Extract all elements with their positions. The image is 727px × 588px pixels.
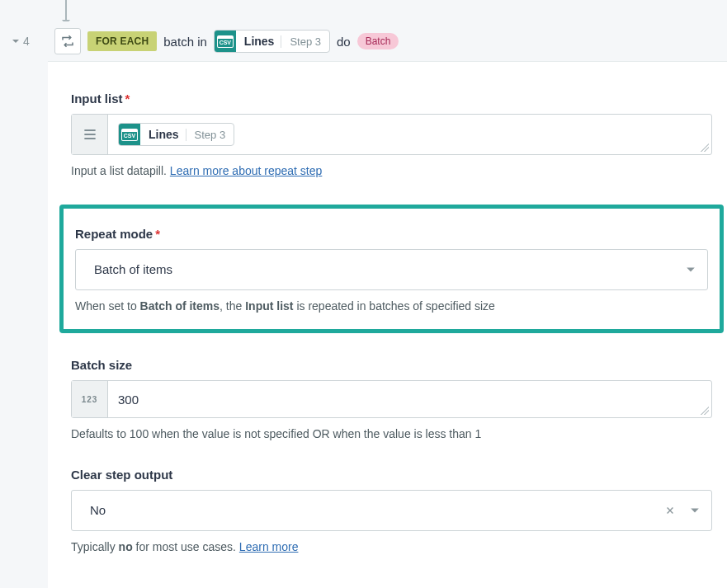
clear-output-value: No [90, 503, 106, 517]
csv-icon [215, 31, 236, 52]
batch-size-label: Batch size [71, 358, 712, 372]
caret-down-icon [12, 37, 20, 45]
input-list-helper: Input a list datapill. Learn more about … [71, 163, 712, 180]
pill-step: Step 3 [281, 35, 329, 48]
pill-step: Step 3 [186, 129, 234, 141]
foreach-var-keyword: batch in [163, 35, 207, 49]
do-keyword: do [337, 35, 351, 49]
clear-icon[interactable] [665, 506, 675, 515]
foreach-badge: FOR EACH [87, 31, 157, 51]
clear-output-label: Clear step output [71, 468, 712, 482]
repeat-mode-select[interactable]: Batch of items [75, 249, 708, 290]
required-asterisk: * [125, 92, 130, 106]
input-list-field[interactable]: Lines Step 3 [71, 114, 712, 155]
field-batch-size: Batch size 123 300 Defaults to 100 when … [71, 358, 712, 443]
repeat-mode-value: Batch of items [94, 262, 172, 276]
step-header[interactable]: FOR EACH batch in Lines Step 3 do Batch [48, 21, 727, 61]
step-config-panel: Input list* Lines Step 3 Input a list da… [48, 61, 727, 588]
batch-size-helper: Defaults to 100 when the value is not sp… [71, 426, 712, 443]
batch-size-value: 300 [118, 393, 139, 407]
resize-handle-icon[interactable] [701, 407, 709, 415]
pill-label: Lines [236, 35, 281, 48]
field-repeat-mode: Repeat mode* Batch of items When set to … [75, 227, 708, 315]
flow-arrow-icon [65, 0, 67, 21]
clear-output-helper: Typically no for most use cases. Learn m… [71, 539, 712, 556]
highlight-frame: Repeat mode* Batch of items When set to … [59, 205, 724, 334]
repeat-mode-helper: When set to Batch of items, the Input li… [75, 299, 708, 315]
input-list-label: Input list* [71, 92, 712, 106]
batch-size-field[interactable]: 123 300 [71, 380, 712, 418]
caret-down-icon [686, 265, 696, 275]
required-asterisk: * [155, 227, 160, 241]
clear-output-select[interactable]: No [71, 490, 712, 531]
number-prefix-icon: 123 [72, 381, 108, 417]
batch-tag: Batch [357, 33, 399, 49]
pill-label: Lines [140, 128, 186, 141]
field-clear-output: Clear step output No Typically no for mo… [71, 468, 712, 556]
learn-more-clear-link[interactable]: Learn more [239, 540, 299, 553]
header-datapill[interactable]: Lines Step 3 [214, 30, 330, 53]
step-number[interactable]: 4 [12, 35, 30, 48]
repeat-step-icon [54, 28, 81, 54]
list-prefix-icon [72, 115, 108, 154]
resize-handle-icon[interactable] [701, 143, 709, 152]
field-input-list: Input list* Lines Step 3 Input a list da… [71, 92, 712, 180]
step-number-text: 4 [23, 35, 30, 48]
csv-icon [119, 124, 140, 145]
caret-down-icon [690, 506, 700, 515]
learn-more-repeat-link[interactable]: Learn more about repeat step [170, 164, 322, 177]
input-list-datapill[interactable]: Lines Step 3 [118, 123, 234, 146]
repeat-mode-label: Repeat mode* [75, 227, 708, 241]
